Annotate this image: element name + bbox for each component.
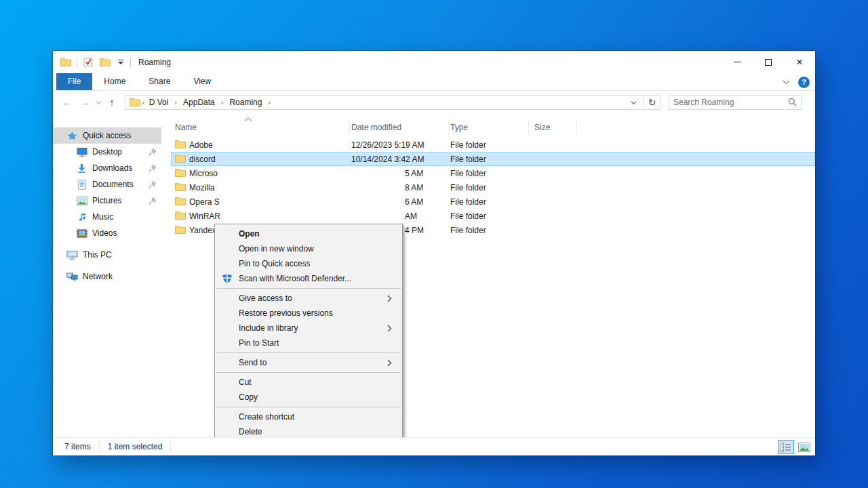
sidebar-item-documents[interactable]: Documents bbox=[53, 176, 161, 192]
location-folder-icon bbox=[130, 98, 140, 106]
menu-item-send-to[interactable]: Send to bbox=[215, 355, 402, 370]
thumbnail-view-icon bbox=[798, 443, 810, 452]
menu-item-open[interactable]: Open bbox=[215, 226, 402, 241]
column-header-name[interactable]: Name bbox=[171, 119, 350, 136]
menu-item-pin-to-start[interactable]: Pin to Start bbox=[215, 336, 402, 350]
forward-button[interactable]: → bbox=[76, 96, 94, 108]
sidebar-item-this-pc[interactable]: This PC bbox=[53, 247, 161, 263]
menu-item-label: Restore previous versions bbox=[239, 308, 383, 318]
file-row-discord[interactable]: discord10/14/2024 3:42 AMFile folder bbox=[171, 152, 815, 166]
date-modified-cell: 10/14/2024 3:42 AM bbox=[350, 155, 449, 164]
type-cell: File folder bbox=[449, 226, 529, 235]
file-name-cell: Adobe bbox=[171, 140, 350, 150]
menu-item-pin-to-quick-access[interactable]: Pin to Quick access bbox=[215, 256, 402, 271]
up-button[interactable]: ↑ bbox=[103, 96, 121, 108]
menu-item-cut[interactable]: Cut bbox=[215, 375, 402, 390]
file-name: Microso bbox=[189, 169, 218, 178]
sidebar-item-desktop[interactable]: Desktop bbox=[53, 144, 161, 160]
folder-icon bbox=[175, 225, 186, 236]
type-cell: File folder bbox=[449, 140, 529, 150]
items-count: 7 items bbox=[53, 442, 99, 451]
breadcrumb-chevron-icon: › bbox=[140, 98, 146, 106]
type-cell: File folder bbox=[449, 197, 529, 207]
tab-file[interactable]: File bbox=[56, 73, 92, 90]
file-row-microso[interactable]: Microso5 AMFile folder bbox=[171, 166, 815, 180]
minimize-button[interactable] bbox=[722, 51, 753, 73]
properties-shortcut-icon[interactable] bbox=[82, 56, 94, 69]
sidebar-item-pictures[interactable]: Pictures bbox=[53, 192, 161, 209]
sidebar-item-music[interactable]: Music bbox=[53, 209, 161, 225]
maximize-button[interactable] bbox=[753, 51, 784, 73]
menu-item-label: Open bbox=[239, 229, 383, 239]
expand-ribbon-chevron-icon[interactable] bbox=[783, 80, 790, 85]
sidebar-item-label: Videos bbox=[92, 228, 117, 238]
customize-toolbar-dropdown-icon[interactable] bbox=[116, 60, 125, 65]
maximize-icon bbox=[765, 59, 772, 66]
search-input[interactable] bbox=[673, 98, 788, 107]
close-button[interactable]: × bbox=[784, 51, 815, 73]
type-cell: File folder bbox=[449, 155, 529, 164]
menu-item-restore-previous-versions[interactable]: Restore previous versions bbox=[215, 306, 402, 321]
menu-item-create-shortcut[interactable]: Create shortcut bbox=[215, 409, 402, 424]
menu-separator bbox=[216, 288, 401, 289]
date-modified-cell: 12/26/2023 5:19 AM bbox=[350, 140, 449, 150]
breadcrumb-item[interactable]: AppData bbox=[180, 96, 218, 108]
sidebar-item-network[interactable]: Network bbox=[53, 268, 161, 285]
breadcrumb-chevron-icon[interactable]: › bbox=[220, 98, 225, 106]
file-row-winrar[interactable]: WinRARAMFile folder bbox=[171, 209, 815, 223]
sort-ascending-caret-icon[interactable] bbox=[244, 114, 252, 123]
file-name-cell: discord bbox=[171, 154, 350, 165]
details-view-icon bbox=[781, 443, 791, 452]
column-header-size[interactable]: Size bbox=[529, 119, 577, 136]
file-row-mozilla[interactable]: Mozilla8 AMFile folder bbox=[171, 180, 815, 195]
column-header-date[interactable]: Date modified bbox=[350, 119, 449, 136]
sidebar-item-label: Desktop bbox=[92, 147, 122, 157]
recent-locations-chevron-icon[interactable] bbox=[94, 98, 103, 107]
file-row-opera-s[interactable]: Opera S6 AMFile folder bbox=[171, 195, 815, 209]
sidebar-item-videos[interactable]: Videos bbox=[53, 225, 161, 241]
menu-item-include-in-library[interactable]: Include in library bbox=[215, 321, 402, 336]
context-menu: OpenOpen in new windowPin to Quick acces… bbox=[214, 224, 403, 437]
file-name-cell: Opera S bbox=[171, 197, 350, 207]
breadcrumb-item[interactable]: Roaming bbox=[226, 96, 265, 108]
refresh-button[interactable]: ↻ bbox=[644, 95, 660, 110]
explorer-window: Roaming × FileHomeShareView ? ← → bbox=[53, 51, 815, 455]
address-dropdown-chevron-icon[interactable] bbox=[625, 98, 642, 107]
menu-separator bbox=[216, 352, 401, 353]
column-header-type[interactable]: Type bbox=[449, 119, 529, 136]
menu-separator bbox=[216, 407, 401, 407]
toolbar-separator bbox=[77, 58, 77, 67]
tab-share[interactable]: Share bbox=[137, 73, 182, 90]
file-name-cell: Microso bbox=[171, 168, 350, 179]
address-bar[interactable]: › D Vol›AppData›Roaming› bbox=[125, 95, 644, 110]
menu-item-open-in-new-window[interactable]: Open in new window bbox=[215, 241, 402, 256]
menu-item-delete[interactable]: Delete bbox=[215, 424, 402, 437]
new-folder-icon[interactable] bbox=[99, 56, 111, 69]
menu-item-copy[interactable]: Copy bbox=[215, 390, 402, 405]
menu-item-label: Cut bbox=[239, 378, 383, 387]
sidebar-item-quick-access[interactable]: Quick access bbox=[53, 127, 161, 144]
file-name-cell: WinRAR bbox=[171, 211, 350, 222]
pictures-icon bbox=[76, 195, 87, 207]
tabs-container: FileHomeShareView bbox=[53, 73, 222, 90]
tab-home[interactable]: Home bbox=[92, 73, 137, 90]
tab-view[interactable]: View bbox=[182, 73, 222, 90]
menu-item-give-access-to[interactable]: Give access to bbox=[215, 291, 402, 306]
thumbnail-view-button[interactable] bbox=[796, 440, 812, 454]
back-button[interactable]: ← bbox=[58, 96, 76, 108]
desktop-background: Roaming × FileHomeShareView ? ← → bbox=[0, 0, 868, 488]
breadcrumb-chevron-icon[interactable]: › bbox=[267, 98, 272, 106]
file-row-adobe[interactable]: Adobe12/26/2023 5:19 AMFile folder bbox=[171, 138, 815, 152]
star-icon bbox=[66, 130, 78, 142]
breadcrumb-chevron-icon[interactable]: › bbox=[173, 98, 178, 106]
menu-item-scan-with-microsoft-defender[interactable]: Scan with Microsoft Defender... bbox=[215, 271, 402, 286]
sidebar-item-downloads[interactable]: Downloads bbox=[53, 160, 161, 176]
breadcrumb-item[interactable]: D Vol bbox=[146, 96, 172, 108]
menu-item-label: Pin to Start bbox=[239, 338, 383, 348]
menu-separator bbox=[216, 372, 401, 373]
help-button[interactable]: ? bbox=[798, 77, 810, 88]
details-view-button[interactable] bbox=[778, 440, 794, 454]
selection-count: 1 item selected bbox=[100, 442, 171, 451]
sidebar-item-label: Documents bbox=[92, 180, 134, 189]
breadcrumb: D Vol›AppData›Roaming› bbox=[146, 96, 625, 108]
